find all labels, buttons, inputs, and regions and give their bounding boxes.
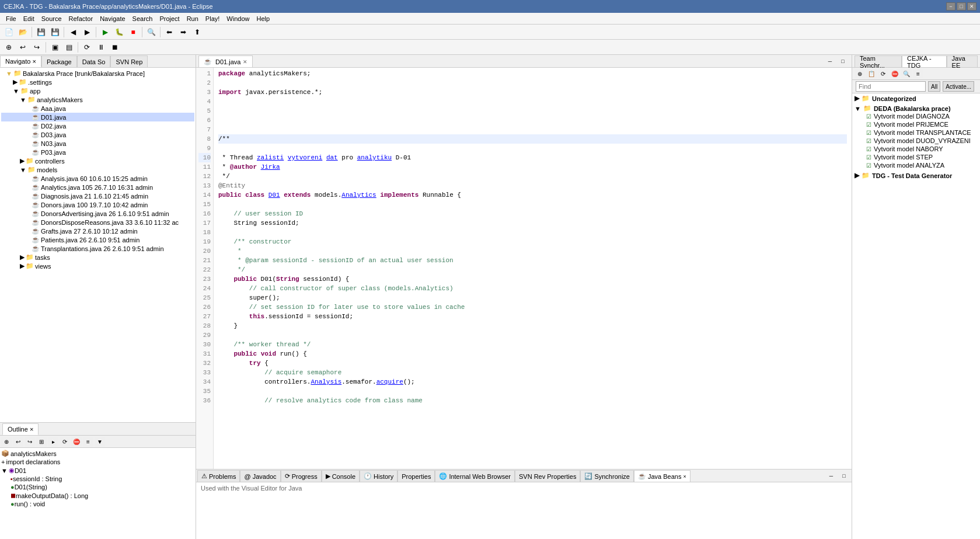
menu-search[interactable]: Search <box>129 14 156 23</box>
editor-maximize[interactable]: □ <box>836 55 849 67</box>
save-button[interactable]: 💾 <box>34 26 47 38</box>
tab-close-icon[interactable]: ✕ <box>243 59 247 65</box>
outline-d01-class[interactable]: ▼ ◉ D01 <box>1 466 194 475</box>
task-find-input[interactable] <box>856 81 926 92</box>
menu-project[interactable]: Project <box>156 14 183 23</box>
maximize-button[interactable]: □ <box>957 2 966 11</box>
tb2-btn5[interactable]: ▤ <box>62 41 75 53</box>
stop-button[interactable]: ■ <box>127 26 139 38</box>
run-button[interactable]: ▶ <box>99 26 111 38</box>
outline-run[interactable]: ● run() : void <box>1 500 194 508</box>
tab-outline[interactable]: Outline × <box>2 423 39 435</box>
minimize-button[interactable]: − <box>946 2 955 11</box>
tree-analytics[interactable]: ☕ Analytics.java 105 26.7.10 16:31 admin <box>1 183 194 192</box>
tree-controllers[interactable]: ▶ 📁 controllers <box>1 157 194 165</box>
menu-file[interactable]: File <box>2 14 20 23</box>
outline-btn3[interactable]: ↪ <box>25 437 35 446</box>
debug-button[interactable]: 🐛 <box>113 26 125 38</box>
tree-root[interactable]: ▼ 📁 Bakalarska Prace [trunk/Bakalarska P… <box>1 69 194 78</box>
forward-button[interactable]: ▶ <box>81 26 93 38</box>
bottom-panel-maximize[interactable]: □ <box>838 470 850 482</box>
tree-donorsdispose[interactable]: ☕ DonorsDisposeReasons.java 33 3.6.10 11… <box>1 218 194 227</box>
tree-n03[interactable]: ☕ N03.java <box>1 139 194 148</box>
menu-navigate[interactable]: Navigate <box>96 14 128 23</box>
tab-package[interactable]: Package <box>41 55 77 67</box>
tree-diagnosis[interactable]: ☕ Diagnosis.java 21 1.6.10 21:45 admin <box>1 192 194 200</box>
tab-navigator[interactable]: Navigato × <box>0 55 41 67</box>
tree-d01[interactable]: ☕ D01.java <box>1 113 194 121</box>
code-area[interactable]: package analyticsMakers; import javax.pe… <box>214 68 852 469</box>
tree-d03[interactable]: ☕ D03.java <box>1 130 194 139</box>
tab-d01-java[interactable]: ☕ D01.java ✕ <box>198 55 253 67</box>
menu-refactor[interactable]: Refactor <box>65 14 97 23</box>
menu-play[interactable]: Play! <box>202 14 223 23</box>
tree-analyticsmakers[interactable]: ▼ 📁 analyticsMakers <box>1 95 194 104</box>
outline-btn1[interactable]: ⊕ <box>1 437 12 446</box>
task-analyza[interactable]: ☑ Vytvorit model ANALYZA <box>855 161 978 169</box>
outline-btn7[interactable]: ⛔ <box>71 437 82 446</box>
tb2-btn6[interactable]: ⟳ <box>81 41 93 53</box>
tree-donorsadv[interactable]: ☕ DonorsAdvertising.java 26 1.6.10 9:51 … <box>1 209 194 218</box>
tree-grafts[interactable]: ☕ Grafts.java 27 2.6.10 10:12 admin <box>1 227 194 235</box>
task-activate-button[interactable]: Activate... <box>943 81 974 92</box>
task-duod[interactable]: ☑ Vytvorit model DUOD_VYRAZENI <box>855 137 978 145</box>
task-group-uncategorized-header[interactable]: ▶ 📁 Uncategorized <box>855 95 978 102</box>
nav-back-button[interactable]: ⬅ <box>163 26 176 38</box>
task-all-button[interactable]: All <box>928 81 940 92</box>
right-tb-btn2[interactable]: 📋 <box>866 69 877 78</box>
tab-javadoc[interactable]: @ Javadoc <box>240 470 280 482</box>
tree-views[interactable]: ▶ 📁 views <box>1 262 194 270</box>
menu-help[interactable]: Help <box>253 14 273 23</box>
new-button[interactable]: 📄 <box>2 26 15 38</box>
tb2-btn4[interactable]: ▣ <box>48 41 61 53</box>
right-tb-btn4[interactable]: ⛔ <box>890 69 900 78</box>
outline-constructor[interactable]: ● D01(String) <box>1 483 194 491</box>
tb2-btn7[interactable]: ⏸ <box>95 41 107 53</box>
outline-btn2[interactable]: ↩ <box>13 437 23 446</box>
tab-console[interactable]: ▶ Console <box>322 470 360 482</box>
tree-aaa[interactable]: ☕ Aaa.java <box>1 104 194 113</box>
tree-tasks[interactable]: ▶ 📁 tasks <box>1 253 194 262</box>
tab-progress[interactable]: ⟳ Progress <box>281 470 322 482</box>
tb2-btn1[interactable]: ⊕ <box>2 41 15 53</box>
open-button[interactable]: 📂 <box>16 26 29 38</box>
save-all-button[interactable]: 💾 <box>48 26 61 38</box>
tab-problems[interactable]: ⚠ Problems <box>197 470 240 482</box>
right-tb-btn6[interactable]: ≡ <box>913 69 923 78</box>
editor-minimize[interactable]: ─ <box>824 55 836 67</box>
tab-svn-rep[interactable]: SVN Rep <box>110 55 148 67</box>
outline-btn8[interactable]: ≡ <box>83 437 93 446</box>
outline-imports[interactable]: + import declarations <box>1 458 194 466</box>
tree-transplantations[interactable]: ☕ Transplantations.java 26 2.6.10 9:51 a… <box>1 244 194 253</box>
tb2-btn3[interactable]: ↪ <box>30 41 43 53</box>
outline-btn4[interactable]: ⊞ <box>36 437 47 446</box>
tree-patients[interactable]: ☕ Patients.java 26 2.6.10 9:51 admin <box>1 235 194 244</box>
task-prijemce[interactable]: ☑ Vytvorit model PRIJEMCE <box>855 120 978 128</box>
back-button[interactable]: ◀ <box>67 26 79 38</box>
outline-btn5[interactable]: ▸ <box>48 437 58 446</box>
task-transplantace[interactable]: ☑ Vytvorit model TRANSPLANTACE <box>855 128 978 137</box>
tab-properties[interactable]: Properties <box>397 470 435 482</box>
tab-java-beans[interactable]: ☕ Java Beans × <box>634 470 690 482</box>
bottom-panel-minimize[interactable]: ─ <box>825 470 838 482</box>
tree-settings[interactable]: ▶ 📁 .settings <box>1 78 194 86</box>
tab-data-source[interactable]: Data So <box>77 55 111 67</box>
tree-analysis[interactable]: ☕ Analysis.java 60 10.6.10 15:25 admin <box>1 174 194 183</box>
close-button[interactable]: ✕ <box>967 2 976 11</box>
tab-cejka-tdg[interactable]: CEJKA - TDG <box>902 55 947 67</box>
task-diagnoza[interactable]: ☑ Vytvorit model DIAGNOZA <box>855 112 978 120</box>
tree-donors[interactable]: ☕ Donors.java 100 19.7.10 10:42 admin <box>1 200 194 209</box>
beans-close[interactable]: × <box>683 474 686 479</box>
task-step[interactable]: ☑ Vytvorit model STEP <box>855 153 978 161</box>
menu-run[interactable]: Run <box>183 14 202 23</box>
outline-sessionid[interactable]: ▪ sessionId : String <box>1 475 194 483</box>
tree-models[interactable]: ▼ 📁 models <box>1 165 194 174</box>
tab-synchronize[interactable]: 🔄 Synchronize <box>580 470 634 482</box>
tb2-btn2[interactable]: ↩ <box>16 41 29 53</box>
tab-java-ee[interactable]: Java EE <box>947 55 978 67</box>
menu-edit[interactable]: Edit <box>20 14 38 23</box>
menu-source[interactable]: Source <box>38 14 65 23</box>
tree-p03[interactable]: ☕ P03.java <box>1 148 194 157</box>
tree-d02[interactable]: ☕ D02.java <box>1 121 194 130</box>
outline-analyticsmakers[interactable]: 📦 analyticsMakers <box>1 449 194 458</box>
